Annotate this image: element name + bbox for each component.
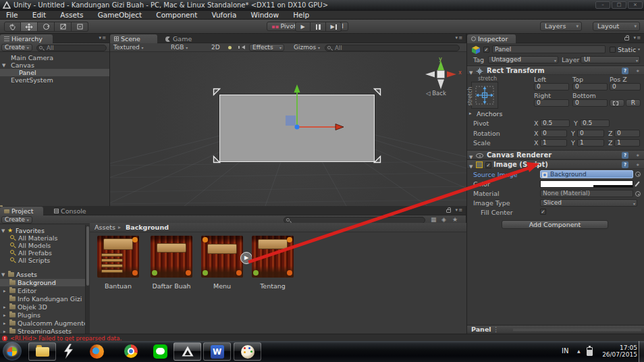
top-field[interactable]: 0 bbox=[572, 83, 608, 90]
scale-x-field[interactable]: 1 bbox=[540, 139, 567, 147]
taskbar-chrome-button[interactable] bbox=[124, 344, 138, 359]
panel-menu-icon[interactable]: ▾≡ bbox=[456, 207, 463, 213]
taskbar-line-button[interactable] bbox=[153, 344, 167, 359]
hierarchy-create-button[interactable]: Create ▾ bbox=[1, 44, 32, 51]
foldout-icon[interactable]: ▸ bbox=[469, 111, 472, 116]
lighting-toggle-icon[interactable] bbox=[228, 46, 232, 49]
asset-label[interactable]: Menu bbox=[198, 282, 246, 290]
breadcrumb-current[interactable]: Background bbox=[126, 223, 169, 232]
rect-tool-button[interactable] bbox=[72, 22, 88, 32]
status-bar[interactable]: ! <RI.Hid> Failed to get preparsed data. bbox=[0, 334, 644, 341]
hand-tool-button[interactable] bbox=[4, 22, 21, 32]
folder-streamingassets[interactable]: ▸StreamingAssets bbox=[0, 328, 85, 334]
rect-handle-bottomright[interactable] bbox=[373, 155, 381, 163]
asset-thumbnail-tentang[interactable] bbox=[252, 236, 294, 278]
hierarchy-item-main-camera[interactable]: Main Camera bbox=[0, 54, 109, 61]
rect-handle-topleft[interactable] bbox=[213, 88, 221, 96]
rotate-tool-button[interactable] bbox=[38, 22, 55, 32]
taskbar-paint-button[interactable] bbox=[234, 342, 261, 361]
object-picker-icon[interactable] bbox=[635, 191, 641, 197]
gizmos-dropdown[interactable]: Gizmos ▾ bbox=[294, 43, 320, 52]
project-create-button[interactable]: Create ▾ bbox=[1, 216, 32, 224]
project-tree-scrollbar[interactable] bbox=[85, 225, 90, 334]
folder-objek-3d[interactable]: ▸Objek 3D bbox=[0, 303, 85, 311]
eyedropper-icon[interactable] bbox=[635, 181, 639, 186]
rect-handle-topright[interactable] bbox=[373, 88, 381, 96]
layout-dropdown[interactable]: Layout▾ bbox=[593, 22, 640, 31]
rotation-x-field[interactable]: 0 bbox=[540, 130, 567, 137]
minimize-button[interactable]: – bbox=[595, 1, 610, 9]
layer-dropdown[interactable]: UI▾ bbox=[581, 56, 640, 63]
color-swatch[interactable] bbox=[540, 180, 633, 188]
start-button[interactable] bbox=[3, 342, 22, 361]
hidden-icons-button[interactable]: ▲ bbox=[577, 348, 581, 353]
rect-transform-header[interactable]: ▼ Rect Transform ? * bbox=[467, 66, 644, 75]
gear-icon[interactable]: * bbox=[637, 161, 640, 171]
folder-plugins[interactable]: ▸Plugins bbox=[0, 311, 85, 319]
rect-handle-bottomleft[interactable] bbox=[213, 155, 221, 163]
search-by-label-icon[interactable]: ◈ bbox=[441, 216, 446, 223]
pivot-x-field[interactable]: 0.5 bbox=[540, 120, 570, 127]
favorites-filter-icon[interactable]: ★ bbox=[452, 216, 458, 223]
taskbar-explorer-button[interactable] bbox=[28, 342, 56, 361]
bottom-field[interactable]: 0 bbox=[572, 99, 608, 107]
image-type-dropdown[interactable]: Sliced▾ bbox=[540, 199, 637, 207]
asset-thumbnail-bantuan[interactable] bbox=[97, 236, 139, 278]
hierarchy-item-canvas[interactable]: ▼Canvas bbox=[0, 61, 109, 69]
assets-root[interactable]: ▼Assets bbox=[0, 271, 85, 278]
panel-menu-icon[interactable]: ▾≡ bbox=[456, 35, 463, 41]
scene-viewport[interactable]: y x ◁ Back bbox=[110, 52, 466, 206]
scale-y-field[interactable]: 1 bbox=[577, 139, 604, 147]
tab-project[interactable]: Project bbox=[0, 207, 43, 215]
static-checkbox[interactable] bbox=[610, 47, 616, 53]
battery-icon[interactable] bbox=[587, 347, 593, 356]
asset-thumbnail-menu[interactable] bbox=[201, 236, 243, 278]
menu-help[interactable]: Help bbox=[287, 11, 315, 20]
move-tool-button[interactable] bbox=[21, 22, 38, 32]
folder-background[interactable]: Background bbox=[0, 279, 85, 286]
menu-edit[interactable]: Edit bbox=[26, 11, 52, 20]
help-icon[interactable]: ? bbox=[622, 68, 628, 74]
preview-header[interactable]: Panel ⋮ bbox=[467, 325, 644, 332]
language-indicator[interactable]: IN bbox=[562, 347, 568, 355]
posz-field[interactable]: 0 bbox=[610, 83, 641, 90]
show-desktop-button[interactable] bbox=[639, 341, 644, 362]
shading-mode-dropdown[interactable]: Textured ▾ bbox=[113, 43, 144, 52]
play-button[interactable]: ▶ bbox=[295, 22, 311, 32]
scene-search-input[interactable]: All bbox=[325, 45, 460, 51]
add-component-button[interactable]: Add Component bbox=[502, 220, 608, 229]
taskbar-winamp-button[interactable] bbox=[60, 344, 75, 359]
render-channel-dropdown[interactable]: RGB ▾ bbox=[171, 43, 188, 52]
favorite-all-prefabs[interactable]: All Prefabs bbox=[0, 249, 85, 257]
tab-scene[interactable]: Scene bbox=[110, 34, 157, 43]
move-gizmo[interactable] bbox=[285, 82, 352, 131]
tab-hierarchy[interactable]: Hierarchy bbox=[0, 34, 53, 43]
project-search-input[interactable] bbox=[284, 217, 425, 224]
component-enabled-checkbox[interactable]: ✓ bbox=[485, 162, 491, 168]
step-button[interactable]: ▶ bbox=[326, 22, 342, 32]
folder-qualcomm-augmented[interactable]: ▸Qualcomm Augmented bbox=[0, 319, 85, 327]
clock[interactable]: 17:05 26/07/2015 bbox=[597, 344, 637, 358]
blueprint-mode-button[interactable] bbox=[610, 99, 624, 107]
lock-icon[interactable] bbox=[446, 209, 451, 213]
asset-label[interactable]: Bantuan bbox=[95, 282, 142, 290]
scale-tool-button[interactable] bbox=[55, 22, 72, 32]
menu-component[interactable]: Component bbox=[150, 11, 203, 20]
favorite-all-models[interactable]: All Models bbox=[0, 242, 85, 249]
taskbar-unity-button[interactable] bbox=[173, 342, 201, 361]
foldout-icon[interactable]: ▼ bbox=[469, 162, 473, 172]
view-direction-label[interactable]: ◁ Back bbox=[426, 90, 446, 97]
favorites-root[interactable]: ▼★Favorites bbox=[0, 227, 85, 234]
search-by-type-icon[interactable]: ▦ bbox=[431, 216, 437, 223]
menu-vuforia[interactable]: Vuforia bbox=[205, 11, 242, 20]
maximize-button[interactable]: □ bbox=[612, 1, 626, 9]
asset-thumbnail-daftar-buah[interactable] bbox=[151, 236, 192, 278]
foldout-icon[interactable]: ▼ bbox=[469, 68, 473, 78]
layers-dropdown[interactable]: Layers▾ bbox=[540, 22, 582, 31]
left-field[interactable]: 0 bbox=[534, 83, 569, 90]
menu-file[interactable]: File bbox=[0, 11, 24, 20]
anchor-preset-box[interactable] bbox=[471, 82, 498, 109]
scale-z-field[interactable]: 1 bbox=[614, 139, 640, 147]
favorite-all-materials[interactable]: All Materials bbox=[0, 234, 85, 242]
hierarchy-item-eventsystem[interactable]: EventSystem bbox=[0, 76, 109, 84]
